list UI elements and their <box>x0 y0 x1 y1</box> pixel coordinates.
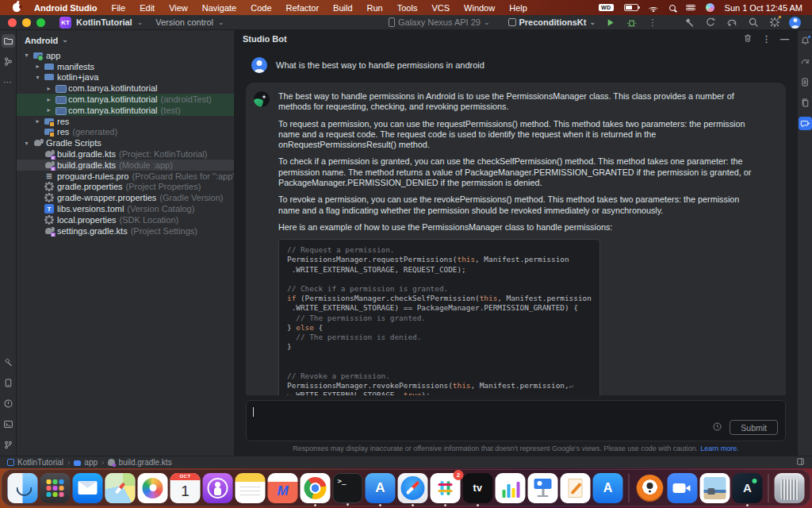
build-tool-icon[interactable] <box>2 356 15 369</box>
menu-vcs[interactable]: VCS <box>424 3 457 13</box>
notifications-icon[interactable] <box>799 34 812 48</box>
project-switcher[interactable]: KotlinTutorial <box>76 17 132 27</box>
project-tool-icon[interactable] <box>2 34 15 48</box>
tree-item-res[interactable]: res(generated) <box>17 127 234 138</box>
dock-trash-icon[interactable] <box>775 473 805 503</box>
tree-item-com-tanya-kotlintutorial[interactable]: ▸com.tanya.kotlintutorial(androidTest) <box>17 94 234 105</box>
menu-file[interactable]: File <box>104 3 132 13</box>
tool-window-layout-icon[interactable] <box>796 457 805 468</box>
clear-chat-trash-icon[interactable] <box>743 33 753 44</box>
dock-preview-icon[interactable] <box>700 473 730 503</box>
version-control-menu[interactable]: Version control <box>155 17 213 27</box>
tree-item-local-properties[interactable]: local.properties(SDK Location) <box>17 214 234 225</box>
menu-tools[interactable]: Tools <box>390 3 425 13</box>
problems-tool-icon[interactable] <box>2 397 15 410</box>
terminal-tool-icon[interactable] <box>2 418 15 431</box>
panel-options-kebab[interactable]: ⋮ <box>762 34 771 44</box>
breadcrumb-project[interactable]: KotlinTutorial <box>7 458 63 467</box>
dock-mail-icon[interactable] <box>73 473 103 503</box>
studio-bot-tool-icon[interactable] <box>799 117 812 130</box>
chat-input[interactable]: Submit <box>246 400 786 441</box>
dock-notes-icon[interactable] <box>236 473 266 503</box>
version-control-tool-icon[interactable] <box>2 438 15 452</box>
tree-item-proguard-rules-pro[interactable]: ≣proguard-rules.pro(ProGuard Rules for "… <box>17 171 234 182</box>
dock-numbers-icon[interactable] <box>496 473 526 503</box>
device-manager-icon[interactable] <box>725 15 739 29</box>
minimize-window-button[interactable] <box>22 18 31 27</box>
breadcrumb-app[interactable]: app <box>74 458 98 467</box>
menu-run[interactable]: Run <box>360 3 390 13</box>
menu-code[interactable]: Code <box>243 3 278 13</box>
chevron-right-icon[interactable]: ▸ <box>34 117 41 125</box>
dock-keynote-icon[interactable] <box>528 473 558 503</box>
user-avatar[interactable] <box>789 17 801 29</box>
wd-drive-icon[interactable]: WD <box>599 4 614 11</box>
dock-finder-icon[interactable] <box>8 473 38 503</box>
dock-tv-icon[interactable]: tv <box>463 473 493 503</box>
menu-build[interactable]: Build <box>326 3 359 13</box>
resource-manager-tool-icon[interactable] <box>799 96 812 110</box>
dock-safari-icon[interactable] <box>398 473 428 503</box>
run-configuration-selector[interactable]: PreconditionsKt ⌄ <box>508 17 596 27</box>
dock-launchpad-icon[interactable] <box>40 473 71 503</box>
zoom-window-button[interactable] <box>36 18 45 27</box>
dock-appstore-icon[interactable]: A <box>593 473 623 503</box>
gradle-tool-icon[interactable] <box>799 55 812 68</box>
chevron-right-icon[interactable]: ▸ <box>45 85 52 92</box>
tree-item-app[interactable]: ▾app <box>17 50 234 61</box>
chevron-right-icon[interactable]: ▸ <box>45 106 52 114</box>
running-devices-tool-icon[interactable] <box>2 376 15 390</box>
menu-refactor[interactable]: Refactor <box>279 3 327 13</box>
chevron-down-icon[interactable]: ▾ <box>23 52 30 59</box>
dock-maps-icon[interactable] <box>105 473 136 503</box>
tree-item-libs-versions-toml[interactable]: Tlibs.versions.toml(Version Catalog) <box>17 203 234 214</box>
tree-item-gradle-wrapper-properties[interactable]: gradle-wrapper.properties(Gradle Version… <box>17 192 234 203</box>
tree-item-com-tanya-kotlintutorial[interactable]: ▸com.tanya.kotlintutorial <box>17 83 234 94</box>
gradle-sync-icon[interactable] <box>703 15 718 29</box>
menu-view[interactable]: View <box>162 3 195 13</box>
tree-item-build-gradle-kts[interactable]: Kbuild.gradle.kts(Project: KotlinTutoria… <box>17 148 234 160</box>
more-tool-windows-icon[interactable]: ⋯ <box>2 75 15 89</box>
apple-logo-icon[interactable] <box>13 3 21 12</box>
battery-icon[interactable] <box>624 4 638 11</box>
device-selector[interactable]: Galaxy Nexus API 29 ⌄ <box>389 17 490 27</box>
menu-help[interactable]: Help <box>502 3 534 13</box>
dock-miro-icon[interactable]: M <box>268 473 298 503</box>
chevron-down-icon[interactable]: ▾ <box>23 140 30 147</box>
dock-xcode-icon[interactable]: A <box>366 473 396 503</box>
device-manager-tool-icon[interactable] <box>799 75 812 89</box>
menu-window[interactable]: Window <box>457 3 502 13</box>
siri-icon[interactable] <box>706 3 714 12</box>
submit-button[interactable]: Submit <box>730 420 778 435</box>
dock-zoom-icon[interactable] <box>668 473 698 503</box>
tree-item-res[interactable]: ▸res <box>17 116 234 127</box>
wifi-icon[interactable] <box>649 4 659 12</box>
control-center-icon[interactable] <box>686 4 695 11</box>
tree-item-settings-gradle-kts[interactable]: Ksettings.gradle.kts(Project Settings) <box>17 225 234 237</box>
commit-tool-icon[interactable] <box>2 55 15 68</box>
chevron-right-icon[interactable]: ▸ <box>45 96 52 103</box>
dock-openvpn-icon[interactable] <box>635 473 665 503</box>
dock-podcasts-icon[interactable] <box>203 473 233 503</box>
debug-button[interactable] <box>624 15 638 29</box>
project-view-selector[interactable]: Android ⌄ <box>17 30 234 50</box>
chevron-down-icon[interactable]: ▾ <box>34 74 41 81</box>
menu-edit[interactable]: Edit <box>132 3 162 13</box>
tree-item-gradle-scripts[interactable]: ▾Gradle Scripts <box>17 137 234 148</box>
dock-terminal-icon[interactable]: >_ <box>333 473 363 503</box>
dock-androidstudio-icon[interactable]: A <box>733 473 763 503</box>
menu-android-studio[interactable]: Android Studio <box>27 3 104 13</box>
dock-chrome-icon[interactable] <box>301 473 331 503</box>
search-everywhere-icon[interactable] <box>746 15 760 29</box>
tree-item-manifests[interactable]: ▸manifests <box>17 61 234 72</box>
code-block[interactable]: // Request a permission.PermissionsManag… <box>278 239 600 395</box>
tree-item-kotlin-java[interactable]: ▾kotlin+java <box>17 72 234 83</box>
chevron-right-icon[interactable]: ▸ <box>34 63 41 70</box>
dock-photos-icon[interactable] <box>138 473 168 503</box>
build-icon[interactable] <box>682 15 696 29</box>
hide-panel-icon[interactable]: — <box>780 34 789 44</box>
more-actions-kebab[interactable]: ⋮ <box>645 15 660 29</box>
learn-more-link[interactable]: Learn more. <box>700 444 739 452</box>
settings-icon[interactable] <box>768 15 782 29</box>
menubar-clock[interactable]: Sun 1 Oct 12:45 AM <box>725 3 802 13</box>
